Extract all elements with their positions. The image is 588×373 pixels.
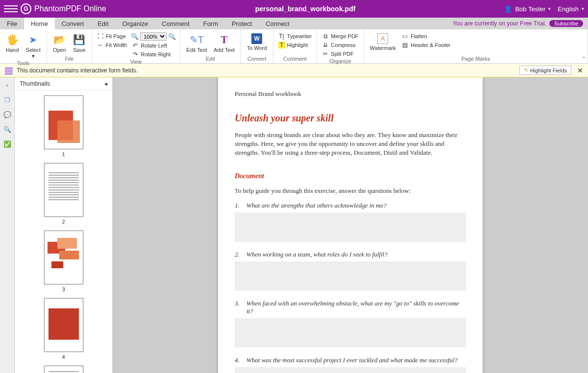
watermark-button[interactable]: A Watermark (368, 32, 398, 52)
ribbon: 🖐 Hand ➤ Select▾ Tools 📂 Open 💾 Save Fil… (0, 29, 588, 64)
title-bar: G PhantomPDF Online personal_brand_workb… (0, 0, 588, 18)
subscribe-button[interactable]: Subscribe (549, 20, 583, 27)
select-tool-button[interactable]: ➤ Select▾ (24, 32, 43, 60)
word-icon: W (251, 33, 262, 44)
form-field-3[interactable] (235, 318, 466, 348)
app-name: PhantomPDF Online (34, 4, 106, 13)
menu-convert[interactable]: Convert (55, 18, 91, 29)
save-button[interactable]: 💾 Save (71, 32, 88, 54)
ribbon-group-view: ⛶Fit Page ↔Fit Width 🔍 100% 🔍 ↶Rotate Le… (92, 29, 180, 63)
form-field-1[interactable] (235, 212, 466, 242)
document-title: personal_brand_workbook.pdf (106, 5, 505, 13)
thumbnail-number: 3 (15, 286, 112, 292)
hand-icon: 🖐 (6, 33, 19, 46)
signatures-panel-icon[interactable]: ✅ (2, 139, 12, 149)
hamburger-icon[interactable] (4, 2, 18, 16)
header-footer-icon: ▤ (402, 42, 409, 48)
rotate-left-button[interactable]: ↶Rotate Left (131, 42, 176, 49)
menu-edit[interactable]: Edit (91, 18, 115, 29)
save-icon: 💾 (73, 33, 86, 46)
section-heading: Unleash your super skill (235, 113, 466, 124)
add-text-button[interactable]: T Add Text (212, 32, 237, 54)
search-panel-icon[interactable]: 🔍 (2, 124, 12, 134)
caret-down-icon[interactable]: ▾ (548, 6, 551, 11)
hand-tool-button[interactable]: 🖐 Hand (4, 32, 21, 54)
subsection-heading: Document (235, 172, 466, 180)
compress-icon: ⇊ (322, 42, 329, 48)
collapse-ribbon-button[interactable]: ⌃ (580, 55, 587, 62)
menu-form[interactable]: Form (196, 18, 225, 29)
typewriter-icon: T| (278, 33, 285, 40)
user-name[interactable]: Bob Tester (515, 5, 545, 13)
thumbnail-page-5[interactable] (44, 366, 83, 373)
to-word-button[interactable]: W To Word (245, 32, 269, 52)
thumbnail-page-4[interactable] (44, 298, 83, 352)
menu-organize[interactable]: Organize (116, 18, 155, 29)
ribbon-group-comment: T|Typewriter THighlight Comment (273, 29, 318, 63)
menu-connect[interactable]: Connect (259, 18, 296, 29)
zoom-in-icon[interactable]: 🔍 (168, 33, 176, 40)
menu-protect[interactable]: Protect (225, 18, 259, 29)
document-viewer[interactable]: Personal Brand workbook Unleash your sup… (113, 77, 588, 373)
cursor-icon: ➤ (27, 33, 40, 46)
header-footer-button[interactable]: ▤Header & Footer (401, 41, 451, 49)
edit-text-button[interactable]: ✎T Edit Text (184, 32, 209, 54)
body-paragraph: People with strong brands are clear abou… (235, 131, 466, 158)
pdf-page: Personal Brand workbook Unleash your sup… (218, 77, 483, 373)
menu-bar: File Home Convert Edit Organize Comment … (0, 18, 588, 29)
ribbon-group-pagemarks: A Watermark ▭Flatten ▤Header & Footer Pa… (364, 29, 588, 63)
trial-notice: You are currently on your Free Trial. Su… (453, 18, 588, 29)
close-infobar-button[interactable]: ✕ (577, 67, 583, 74)
thumbnail-number: 2 (15, 219, 112, 225)
flatten-icon: ▭ (402, 33, 409, 40)
split-pdf-button[interactable]: ✂Split PDF (321, 50, 359, 58)
menu-file[interactable]: File (0, 18, 24, 29)
open-button[interactable]: 📂 Open (51, 32, 68, 54)
form-field-4[interactable] (235, 367, 466, 373)
thumbnail-page-1[interactable] (44, 95, 83, 149)
ribbon-group-organize: ⧉Merge PDF ⇊Compress ✂Split PDF Organize (317, 29, 364, 63)
typewriter-button[interactable]: T|Typewriter (277, 32, 313, 40)
caret-down-icon[interactable]: ▾ (582, 6, 584, 11)
comments-panel-icon[interactable]: 💬 (2, 110, 12, 119)
rotate-right-icon: ↷ (132, 51, 139, 58)
highlight-fields-button[interactable]: ✎ Highlight Fields (519, 66, 571, 75)
merge-pdf-button[interactable]: ⧉Merge PDF (321, 32, 359, 40)
form-field-2[interactable] (235, 261, 466, 291)
question-3: 3.When faced with an overwhelming obstac… (235, 300, 466, 315)
language-selector[interactable]: English (558, 5, 579, 13)
intro-text: To help guide you through this exercise,… (235, 187, 466, 195)
menu-comment[interactable]: Comment (155, 18, 196, 29)
collapse-thumbnails-button[interactable]: ◂ (104, 80, 107, 87)
ribbon-group-tools: 🖐 Hand ➤ Select▾ Tools (0, 29, 47, 63)
rotate-right-button[interactable]: ↷Rotate Right (131, 50, 176, 58)
thumbnails-panel: Thumbnails ◂ 1 2 3 4 (15, 77, 113, 373)
menu-home[interactable]: Home (24, 18, 55, 29)
app-logo: G PhantomPDF Online (21, 3, 106, 14)
page-header: Personal Brand workbook (235, 90, 466, 98)
thumbnail-number: 1 (15, 151, 112, 157)
thumbnail-number: 4 (15, 354, 112, 360)
pencil-icon: ✎ (524, 67, 528, 73)
merge-icon: ⧉ (322, 33, 329, 40)
pages-panel-icon[interactable]: ▫ (2, 80, 12, 90)
thumbnails-list[interactable]: 1 2 3 4 (15, 91, 112, 373)
fit-width-button[interactable]: ↔Fit Width (96, 41, 128, 49)
bookmarks-panel-icon[interactable]: ❐ (2, 95, 12, 105)
main-area: ▫ ❐ 💬 🔍 ✅ Thumbnails ◂ 1 2 3 4 Personal … (0, 77, 588, 373)
ribbon-group-convert: W To Word Convert (241, 29, 273, 63)
user-icon: 👤 (504, 5, 512, 13)
zoom-select[interactable]: 100% (140, 32, 167, 41)
thumbnails-header: Thumbnails ◂ (15, 77, 112, 91)
question-2: 2.When working on a team, what roles do … (235, 251, 466, 258)
flatten-button[interactable]: ▭Flatten (401, 32, 451, 40)
side-strip: ▫ ❐ 💬 🔍 ✅ (0, 77, 15, 373)
highlight-icon: T (278, 42, 285, 48)
thumbnail-page-2[interactable] (44, 163, 83, 217)
highlight-button[interactable]: THighlight (277, 41, 313, 49)
info-bar: This document contains interactive form … (0, 64, 588, 77)
zoom-out-icon[interactable]: 🔍 (131, 33, 139, 40)
thumbnail-page-3[interactable] (44, 231, 83, 284)
compress-button[interactable]: ⇊Compress (321, 41, 359, 49)
fit-page-button[interactable]: ⛶Fit Page (96, 32, 128, 40)
